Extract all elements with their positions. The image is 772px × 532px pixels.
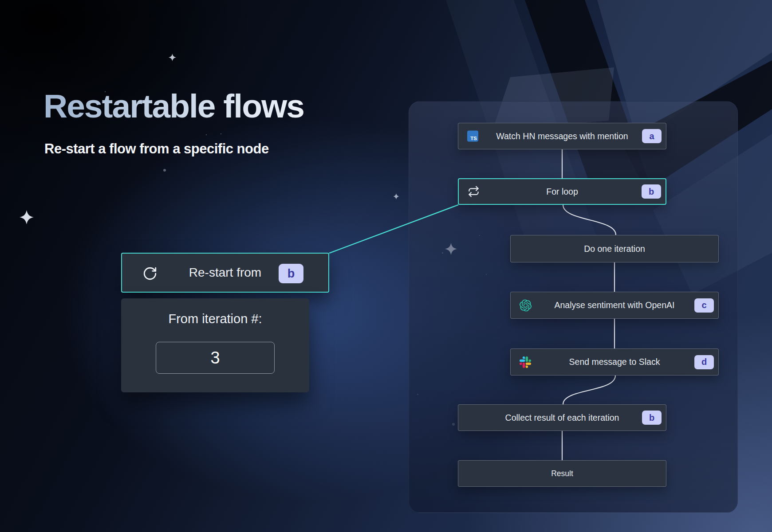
flow-node-result[interactable]: Result [458, 460, 666, 487]
restart-link-line [329, 205, 458, 253]
node-label: Collect result of each iteration [505, 413, 619, 423]
from-iteration-card: From iteration #: [121, 298, 309, 392]
node-badge: c [694, 298, 714, 313]
restartable-flows-graphic: Restartable flows Re-start a flow from a… [0, 0, 772, 532]
from-iteration-label: From iteration #: [121, 312, 309, 326]
node-label: For loop [546, 187, 578, 197]
flow-node-do-one-iteration[interactable]: Do one iteration [510, 235, 719, 262]
node-badge: d [694, 355, 714, 369]
restart-step-badge: b [279, 264, 303, 283]
node-label: Watch HN messages with mention [496, 131, 628, 141]
node-label: Do one iteration [584, 244, 645, 254]
restart-icon [142, 266, 158, 281]
flow-connectors [0, 0, 772, 532]
node-badge: a [642, 129, 662, 143]
openai-icon [520, 299, 532, 311]
page-title: Restartable flows [43, 89, 381, 124]
flow-node-analyse-sentiment[interactable]: Analyse sentiment with OpenAI c [510, 292, 719, 319]
typescript-icon: TS [467, 131, 478, 142]
node-label: Send message to Slack [569, 357, 660, 367]
node-badge: b [642, 411, 662, 425]
repeat-icon [468, 186, 480, 198]
node-badge: b [642, 184, 661, 199]
flow-node-send-slack[interactable]: Send message to Slack d [510, 348, 719, 376]
iteration-number-input[interactable] [156, 342, 275, 374]
page-subtitle: Re-start a flow from a specific node [44, 141, 382, 157]
slack-icon [520, 356, 531, 368]
node-label: Result [551, 469, 573, 478]
flow-node-watch-hn[interactable]: TS Watch HN messages with mention a [458, 123, 666, 149]
flow-node-collect-result[interactable]: Collect result of each iteration b [458, 404, 666, 431]
restart-from-button[interactable]: Re-start from b [121, 253, 329, 293]
node-label: Analyse sentiment with OpenAI [555, 300, 675, 310]
flow-node-for-loop[interactable]: For loop b [458, 178, 666, 205]
